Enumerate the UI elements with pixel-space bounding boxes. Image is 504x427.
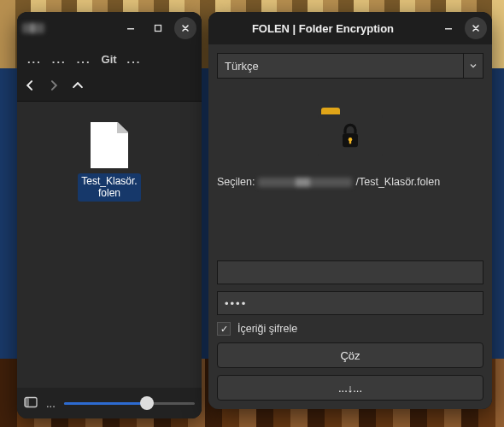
decrypt-button-label: Çöz bbox=[340, 349, 360, 362]
breadcrumb-segment[interactable]: ... bbox=[22, 53, 47, 66]
file-label: Test_Klasör. folen bbox=[78, 173, 140, 202]
breadcrumb-segment[interactable]: ... bbox=[72, 53, 97, 66]
nav-back-icon[interactable] bbox=[24, 79, 36, 94]
minimize-button[interactable] bbox=[437, 17, 460, 39]
nav-toolbar bbox=[17, 72, 202, 102]
language-value: Türkçe bbox=[225, 60, 259, 73]
selected-path-redacted bbox=[258, 178, 352, 187]
encrypt-content-checkbox[interactable]: ✓ İçeriği şifrele bbox=[217, 322, 483, 336]
encrypt-content-label: İçeriği şifrele bbox=[237, 323, 297, 335]
file-manager-titlebar bbox=[17, 12, 202, 44]
slider-thumb[interactable] bbox=[140, 396, 154, 410]
chevron-down-icon bbox=[463, 54, 483, 78]
close-button[interactable] bbox=[174, 17, 196, 39]
checkbox-icon: ✓ bbox=[217, 322, 231, 336]
maximize-button[interactable] bbox=[147, 17, 169, 39]
save-to-button[interactable]: ...↓... bbox=[217, 375, 483, 401]
locked-folder-icon bbox=[318, 108, 383, 157]
selected-path-row: Seçilen: /Test_Klasör.folen bbox=[217, 174, 483, 203]
breadcrumb-segment[interactable]: ... bbox=[122, 53, 147, 66]
nav-up-icon[interactable] bbox=[72, 79, 84, 94]
save-to-button-label: ...↓... bbox=[338, 382, 362, 395]
path-input[interactable] bbox=[217, 260, 483, 284]
bottombar-dots[interactable]: ... bbox=[46, 397, 56, 410]
svg-rect-4 bbox=[445, 28, 452, 30]
breadcrumb-segment[interactable]: ... bbox=[47, 53, 72, 66]
svg-rect-0 bbox=[127, 28, 134, 30]
selected-path-tail: /Test_Klasör.folen bbox=[355, 176, 440, 188]
svg-rect-1 bbox=[155, 26, 161, 32]
file-item[interactable]: Test_Klasör. folen bbox=[71, 122, 148, 202]
selected-label: Seçilen: bbox=[217, 176, 255, 188]
bottom-toolbar: ... bbox=[17, 388, 202, 418]
file-manager-appmenu[interactable] bbox=[22, 17, 44, 39]
password-mask: •••• bbox=[225, 297, 247, 310]
file-manager-window: ... ... ... Git ... Test_Klasör. folen .… bbox=[17, 12, 202, 418]
svg-rect-3 bbox=[25, 397, 29, 407]
decrypt-button[interactable]: Çöz bbox=[217, 342, 483, 368]
file-grid[interactable]: Test_Klasör. folen bbox=[17, 102, 202, 388]
breadcrumb[interactable]: ... ... ... Git ... bbox=[17, 44, 202, 72]
folen-window: FOLEN | Folder Encryption Türkçe bbox=[208, 12, 492, 409]
folen-title: FOLEN | Folder Encryption bbox=[214, 22, 432, 35]
breadcrumb-segment-current[interactable]: Git bbox=[97, 53, 122, 66]
close-button[interactable] bbox=[465, 17, 487, 39]
file-icon bbox=[91, 122, 128, 168]
svg-rect-7 bbox=[349, 139, 351, 143]
sidebar-toggle-icon[interactable] bbox=[24, 396, 38, 411]
logo-area bbox=[217, 79, 483, 174]
minimize-button[interactable] bbox=[120, 17, 142, 39]
password-input[interactable]: •••• bbox=[217, 291, 483, 315]
language-dropdown[interactable]: Türkçe bbox=[217, 53, 483, 79]
zoom-slider[interactable] bbox=[64, 395, 195, 412]
folen-titlebar: FOLEN | Folder Encryption bbox=[208, 12, 492, 44]
lock-icon bbox=[337, 121, 363, 150]
nav-forward-icon[interactable] bbox=[48, 79, 60, 94]
folen-body: Türkçe Seçilen: /Test_Klasör.folen bbox=[208, 44, 492, 409]
